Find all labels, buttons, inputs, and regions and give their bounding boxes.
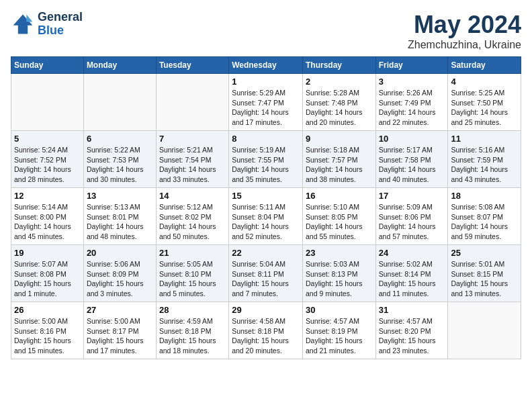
day-info: Sunrise: 5:14 AMSunset: 8:00 PMDaylight:…: [14, 202, 81, 242]
day-number: 4: [451, 77, 518, 87]
day-info: Sunrise: 5:29 AMSunset: 7:47 PMDaylight:…: [232, 88, 300, 128]
calendar-cell: 9Sunrise: 5:18 AMSunset: 7:57 PMDaylight…: [302, 131, 375, 188]
svg-marker-0: [13, 14, 33, 34]
weekday-header: Saturday: [448, 57, 521, 74]
day-info: Sunrise: 5:04 AMSunset: 8:11 PMDaylight:…: [232, 259, 300, 299]
day-number: 6: [87, 134, 153, 144]
calendar-cell: [156, 74, 228, 131]
calendar-cell: 28Sunrise: 4:59 AMSunset: 8:18 PMDayligh…: [156, 302, 228, 359]
calendar-cell: 24Sunrise: 5:02 AMSunset: 8:14 PMDayligh…: [375, 245, 448, 302]
location: Zhemchuzhina, Ukraine: [408, 39, 521, 51]
weekday-header: Monday: [83, 57, 156, 74]
calendar-cell: 18Sunrise: 5:08 AMSunset: 8:07 PMDayligh…: [448, 188, 521, 245]
day-info: Sunrise: 5:03 AMSunset: 8:13 PMDaylight:…: [306, 259, 373, 299]
calendar-week-row: 19Sunrise: 5:07 AMSunset: 8:08 PMDayligh…: [11, 245, 521, 302]
day-info: Sunrise: 5:09 AMSunset: 8:06 PMDaylight:…: [379, 202, 445, 242]
day-info: Sunrise: 5:18 AMSunset: 7:57 PMDaylight:…: [306, 145, 373, 185]
title-block: May 2024 Zhemchuzhina, Ukraine: [408, 11, 521, 51]
day-info: Sunrise: 5:11 AMSunset: 8:04 PMDaylight:…: [232, 202, 300, 242]
day-info: Sunrise: 5:08 AMSunset: 8:07 PMDaylight:…: [451, 202, 518, 242]
day-number: 29: [232, 305, 300, 315]
calendar-cell: 27Sunrise: 5:00 AMSunset: 8:17 PMDayligh…: [83, 302, 156, 359]
calendar-cell: 6Sunrise: 5:22 AMSunset: 7:53 PMDaylight…: [83, 131, 156, 188]
day-number: 27: [87, 305, 153, 315]
calendar-cell: 25Sunrise: 5:01 AMSunset: 8:15 PMDayligh…: [448, 245, 521, 302]
day-info: Sunrise: 5:02 AMSunset: 8:14 PMDaylight:…: [379, 259, 445, 299]
weekday-header: Thursday: [302, 57, 375, 74]
day-number: 2: [306, 77, 373, 87]
calendar-cell: 2Sunrise: 5:28 AMSunset: 7:48 PMDaylight…: [302, 74, 375, 131]
day-number: 11: [451, 134, 518, 144]
weekday-header-row: SundayMondayTuesdayWednesdayThursdayFrid…: [11, 57, 521, 74]
logo-text: General Blue: [38, 11, 83, 38]
calendar-cell: 16Sunrise: 5:10 AMSunset: 8:05 PMDayligh…: [302, 188, 375, 245]
day-number: 7: [159, 134, 226, 144]
logo: General Blue: [11, 11, 83, 38]
day-number: 8: [232, 134, 300, 144]
day-info: Sunrise: 5:07 AMSunset: 8:08 PMDaylight:…: [14, 259, 81, 299]
day-info: Sunrise: 4:57 AMSunset: 8:19 PMDaylight:…: [306, 316, 373, 356]
day-number: 9: [306, 134, 373, 144]
calendar-cell: 30Sunrise: 4:57 AMSunset: 8:19 PMDayligh…: [302, 302, 375, 359]
day-info: Sunrise: 5:00 AMSunset: 8:16 PMDaylight:…: [14, 316, 81, 356]
calendar-cell: [11, 74, 84, 131]
day-number: 10: [379, 134, 445, 144]
weekday-header: Wednesday: [229, 57, 303, 74]
calendar-week-row: 5Sunrise: 5:24 AMSunset: 7:52 PMDaylight…: [11, 131, 521, 188]
day-info: Sunrise: 5:21 AMSunset: 7:54 PMDaylight:…: [159, 145, 226, 185]
day-number: 25: [451, 248, 518, 258]
day-number: 30: [306, 305, 373, 315]
calendar-cell: 31Sunrise: 4:57 AMSunset: 8:20 PMDayligh…: [375, 302, 448, 359]
day-number: 18: [451, 191, 518, 201]
day-number: 22: [232, 248, 300, 258]
day-info: Sunrise: 5:24 AMSunset: 7:52 PMDaylight:…: [14, 145, 81, 185]
day-number: 13: [87, 191, 153, 201]
calendar-cell: 4Sunrise: 5:25 AMSunset: 7:50 PMDaylight…: [448, 74, 521, 131]
day-info: Sunrise: 5:05 AMSunset: 8:10 PMDaylight:…: [159, 259, 226, 299]
day-info: Sunrise: 5:25 AMSunset: 7:50 PMDaylight:…: [451, 88, 518, 128]
calendar-table: SundayMondayTuesdayWednesdayThursdayFrid…: [11, 56, 521, 359]
calendar-cell: 15Sunrise: 5:11 AMSunset: 8:04 PMDayligh…: [229, 188, 303, 245]
calendar-cell: 17Sunrise: 5:09 AMSunset: 8:06 PMDayligh…: [375, 188, 448, 245]
day-info: Sunrise: 5:13 AMSunset: 8:01 PMDaylight:…: [87, 202, 153, 242]
day-number: 26: [14, 305, 81, 315]
calendar-cell: 22Sunrise: 5:04 AMSunset: 8:11 PMDayligh…: [229, 245, 303, 302]
calendar-cell: [83, 74, 156, 131]
day-info: Sunrise: 5:22 AMSunset: 7:53 PMDaylight:…: [87, 145, 153, 185]
calendar-cell: 29Sunrise: 4:58 AMSunset: 8:18 PMDayligh…: [229, 302, 303, 359]
calendar-cell: 5Sunrise: 5:24 AMSunset: 7:52 PMDaylight…: [11, 131, 84, 188]
day-number: 20: [87, 248, 153, 258]
day-info: Sunrise: 5:19 AMSunset: 7:55 PMDaylight:…: [232, 145, 300, 185]
calendar-cell: 20Sunrise: 5:06 AMSunset: 8:09 PMDayligh…: [83, 245, 156, 302]
day-number: 21: [159, 248, 226, 258]
calendar-cell: 13Sunrise: 5:13 AMSunset: 8:01 PMDayligh…: [83, 188, 156, 245]
day-number: 19: [14, 248, 81, 258]
page-header: General Blue May 2024 Zhemchuzhina, Ukra…: [11, 11, 521, 51]
calendar-cell: 26Sunrise: 5:00 AMSunset: 8:16 PMDayligh…: [11, 302, 84, 359]
day-number: 3: [379, 77, 445, 87]
day-info: Sunrise: 5:00 AMSunset: 8:17 PMDaylight:…: [87, 316, 153, 356]
svg-marker-1: [26, 14, 32, 21]
day-info: Sunrise: 5:26 AMSunset: 7:49 PMDaylight:…: [379, 88, 445, 128]
day-info: Sunrise: 5:01 AMSunset: 8:15 PMDaylight:…: [451, 259, 518, 299]
calendar-cell: 21Sunrise: 5:05 AMSunset: 8:10 PMDayligh…: [156, 245, 228, 302]
calendar-week-row: 1Sunrise: 5:29 AMSunset: 7:47 PMDaylight…: [11, 74, 521, 131]
month-title: May 2024: [408, 11, 521, 39]
day-info: Sunrise: 4:58 AMSunset: 8:18 PMDaylight:…: [232, 316, 300, 356]
weekday-header: Tuesday: [156, 57, 228, 74]
day-number: 12: [14, 191, 81, 201]
calendar-cell: 19Sunrise: 5:07 AMSunset: 8:08 PMDayligh…: [11, 245, 84, 302]
calendar-cell: 12Sunrise: 5:14 AMSunset: 8:00 PMDayligh…: [11, 188, 84, 245]
day-info: Sunrise: 5:10 AMSunset: 8:05 PMDaylight:…: [306, 202, 373, 242]
day-info: Sunrise: 5:06 AMSunset: 8:09 PMDaylight:…: [87, 259, 153, 299]
calendar-cell: 14Sunrise: 5:12 AMSunset: 8:02 PMDayligh…: [156, 188, 228, 245]
day-number: 1: [232, 77, 300, 87]
calendar-week-row: 26Sunrise: 5:00 AMSunset: 8:16 PMDayligh…: [11, 302, 521, 359]
day-number: 14: [159, 191, 226, 201]
calendar-cell: [448, 302, 521, 359]
day-number: 23: [306, 248, 373, 258]
calendar-cell: 10Sunrise: 5:17 AMSunset: 7:58 PMDayligh…: [375, 131, 448, 188]
calendar-cell: 23Sunrise: 5:03 AMSunset: 8:13 PMDayligh…: [302, 245, 375, 302]
day-number: 28: [159, 305, 226, 315]
day-info: Sunrise: 5:28 AMSunset: 7:48 PMDaylight:…: [306, 88, 373, 128]
